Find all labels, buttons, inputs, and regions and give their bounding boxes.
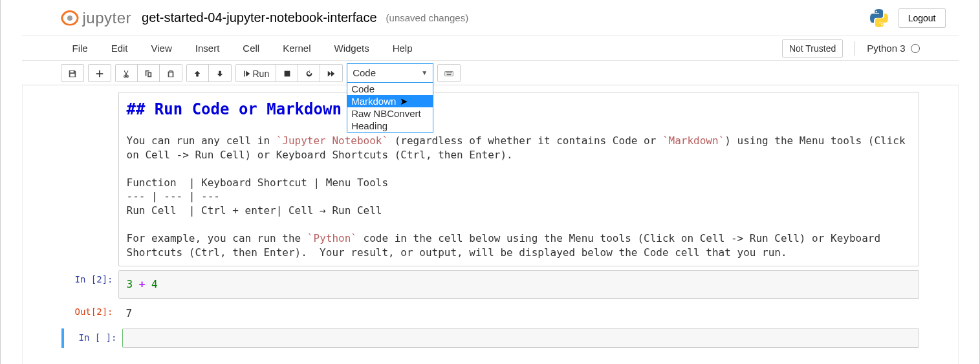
logout-button[interactable]: Logout [898,8,946,28]
paste-icon [166,69,175,78]
svg-rect-2 [446,72,446,72]
save-icon [68,69,77,78]
menu-kernel[interactable]: Kernel [271,37,322,59]
insert-cell-button[interactable] [89,65,111,82]
kernel-indicator[interactable]: Python 3 [867,43,945,54]
interrupt-button[interactable] [276,65,298,82]
output-prompt: Out[2]: [61,303,118,325]
code-input[interactable]: 3 + 4 [118,270,919,299]
run-label: Run [253,69,270,79]
command-palette-button[interactable] [438,65,460,82]
svg-rect-3 [447,72,448,72]
autosave-status: (unsaved changes) [386,12,469,23]
plus-icon [95,69,104,78]
arrow-down-icon [215,69,224,78]
svg-rect-4 [448,72,449,72]
stop-icon [283,69,292,78]
menu-view[interactable]: View [140,37,184,59]
notebook-name[interactable]: get-started-04-jupyter-notebook-interfac… [142,10,377,25]
menu-help[interactable]: Help [381,37,424,59]
menu-file[interactable]: File [61,37,100,59]
cell-type-option-markdown[interactable]: Markdown ➤ [347,95,433,107]
menu-widgets[interactable]: Widgets [323,37,381,59]
jupyter-logo-text: jupyter [83,9,132,27]
cell-type-selected-value: Code [353,67,376,78]
notebook-area: ## Run Code or Markdown Cells You can ru… [23,85,958,364]
code-output: 7 [118,303,919,325]
svg-rect-5 [450,72,451,72]
restart-icon [305,69,314,78]
scissors-icon [122,69,131,78]
python-kernel-icon [869,8,889,28]
cell-type-option-code[interactable]: Code [347,83,433,95]
cut-button[interactable] [116,65,138,82]
menubar: File Edit View Insert Cell Kernel Widget… [22,36,959,61]
restart-run-all-button[interactable] [320,65,342,82]
separator [855,41,855,56]
mouse-cursor-icon: ➤ [400,96,408,107]
cell-type-select[interactable]: Code ▼ [347,63,433,83]
paste-button[interactable] [160,65,182,82]
fast-forward-icon [327,69,336,78]
save-button[interactable] [61,65,83,82]
input-prompt-empty: In [ ]: [65,328,122,348]
arrow-up-icon [193,69,202,78]
run-button[interactable]: Run [236,65,277,82]
menu-cell[interactable]: Cell [231,37,271,59]
not-trusted-button[interactable]: Not Trusted [782,39,843,58]
jupyter-logo[interactable]: jupyter [61,9,132,27]
menu-edit[interactable]: Edit [100,37,140,59]
svg-rect-0 [284,70,290,76]
code-cell-output-row: Out[2]: 7 [61,303,919,325]
svg-rect-6 [452,72,452,72]
empty-code-cell[interactable]: In [ ]: [61,328,919,348]
copy-button[interactable] [138,65,160,82]
svg-rect-7 [447,74,452,74]
markdown-cell[interactable]: ## Run Code or Markdown Cells You can ru… [61,92,919,266]
restart-button[interactable] [298,65,320,82]
kernel-name: Python 3 [867,43,905,54]
code-input-empty[interactable] [122,328,919,348]
kernel-idle-icon [911,44,920,53]
move-down-button[interactable] [209,65,231,82]
svg-rect-1 [445,71,453,76]
code-cell[interactable]: In [2]: 3 + 4 [61,270,919,299]
cell-type-dropdown: Code Markdown ➤ Raw NBConvert Heading [347,83,433,133]
menu-insert[interactable]: Insert [184,37,232,59]
input-prompt: In [2]: [61,270,118,299]
jupyter-logo-icon [61,9,79,27]
move-up-button[interactable] [187,65,209,82]
toolbar: Run Code ▼ Code Markdown ➤ [22,61,959,85]
cell-type-option-heading[interactable]: Heading [347,120,433,132]
header-bar: jupyter get-started-04-jupyter-notebook-… [22,0,959,36]
copy-icon [144,69,153,78]
run-icon [243,69,250,78]
keyboard-icon [444,69,453,78]
cell-type-option-raw[interactable]: Raw NBConvert [347,107,433,120]
chevron-down-icon: ▼ [421,69,428,76]
